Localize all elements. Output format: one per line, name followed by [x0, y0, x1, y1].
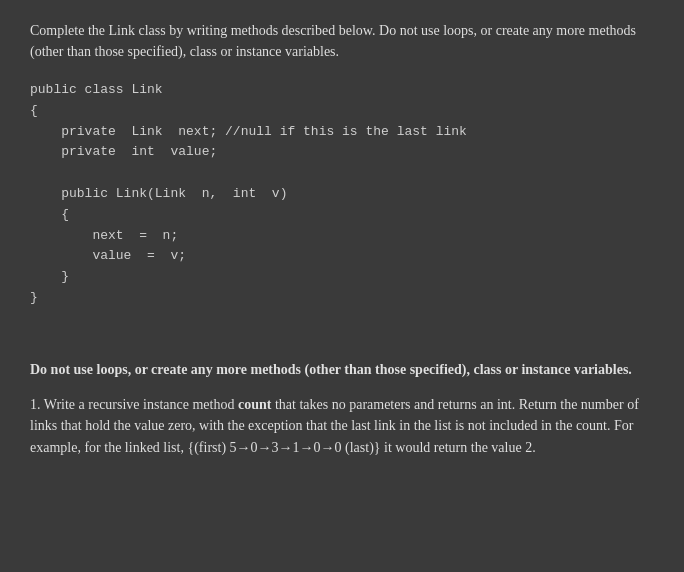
code-line-1: public class Link: [30, 80, 654, 101]
spacer: [30, 339, 654, 359]
code-line-8: next = n;: [30, 226, 654, 247]
code-line-5: [30, 163, 654, 184]
numbered-instruction-1: 1. Write a recursive instance method cou…: [30, 394, 654, 459]
item-number: 1.: [30, 397, 41, 412]
code-line-11: }: [30, 288, 654, 309]
item-prefix: Write a recursive instance method: [44, 397, 238, 412]
code-line-4: private int value;: [30, 142, 654, 163]
code-block: public class Link { private Link next; /…: [30, 80, 654, 309]
code-line-10: }: [30, 267, 654, 288]
code-line-3: private Link next; //null if this is the…: [30, 122, 654, 143]
intro-paragraph: Complete the Link class by writing metho…: [30, 20, 654, 62]
code-line-6: public Link(Link n, int v): [30, 184, 654, 205]
item-keyword: count: [238, 397, 271, 412]
code-line-7: {: [30, 205, 654, 226]
bold-instruction: Do not use loops, or create any more met…: [30, 359, 654, 380]
code-line-2: {: [30, 101, 654, 122]
code-line-9: value = v;: [30, 246, 654, 267]
